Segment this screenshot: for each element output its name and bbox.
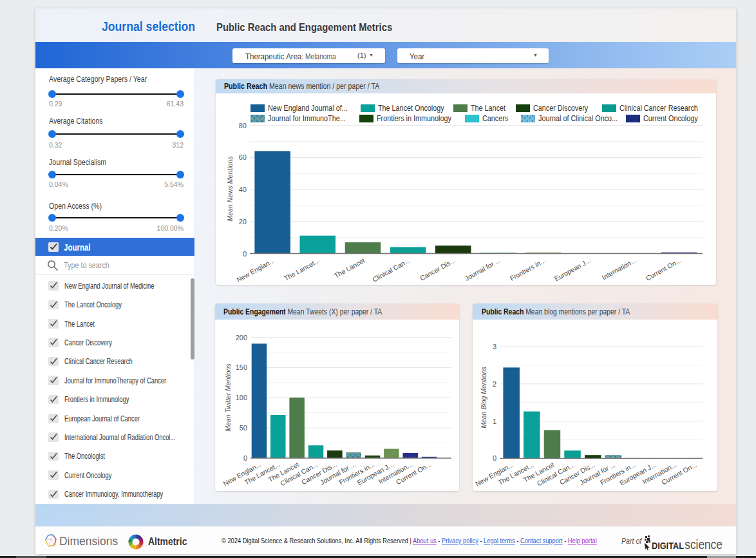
svg-text:The Lancet: The Lancet [333,256,366,280]
svg-text:0: 0 [243,454,247,462]
svg-text:Cancer Dis...: Cancer Dis... [419,256,457,282]
svg-text:Mean Twitter Mentions: Mean Twitter Mentions [224,363,232,432]
svg-text:Frontiers in...: Frontiers in... [509,256,547,282]
svg-text:The Lancet...: The Lancet... [283,256,321,282]
svg-text:80: 80 [239,122,247,130]
svg-text:0: 0 [243,250,247,258]
svg-text:3: 3 [493,343,496,351]
svg-text:20: 20 [239,218,247,226]
svg-text:Mean News Mentions: Mean News Mentions [226,156,234,222]
svg-text:0: 0 [493,454,496,462]
svg-text:2: 2 [493,380,496,388]
svg-text:200: 200 [236,334,247,342]
svg-text:40: 40 [239,186,247,193]
svg-text:Internation...: Internation... [600,256,637,282]
svg-text:100: 100 [236,394,247,401]
svg-text:Clinical Can...: Clinical Can... [371,256,411,284]
svg-text:1: 1 [493,418,496,425]
svg-text:150: 150 [236,363,247,371]
svg-text:50: 50 [240,424,247,432]
svg-text:Current On...: Current On... [645,256,683,282]
svg-text:New Englan...: New Englan... [235,256,276,284]
svg-text:Journal for ...: Journal for ... [463,256,501,282]
svg-text:Mean Blog Mentions: Mean Blog Mentions [480,366,487,428]
svg-text:European J...: European J... [553,256,592,283]
svg-text:60: 60 [239,153,247,161]
